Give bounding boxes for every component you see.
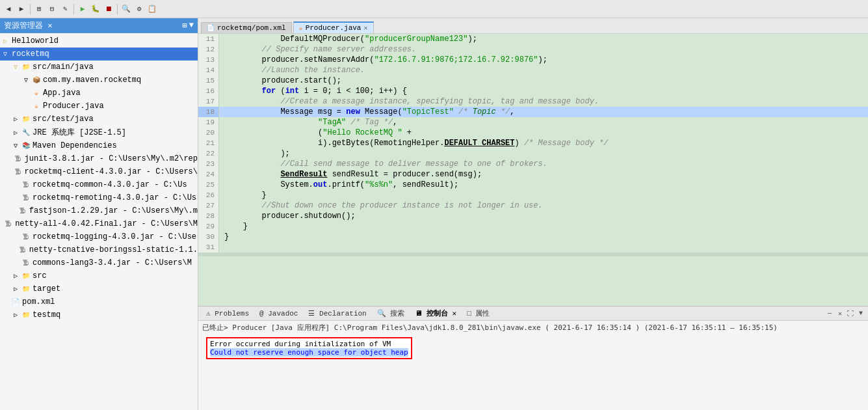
line-content: ); (219, 148, 290, 159)
toolbar-icon-3[interactable]: ⊞ (33, 3, 45, 15)
body-area: 资源管理器 ✕ ⊞ ▼ ▷ Helloworld (0, 18, 868, 410)
code-line-27: 27 //Shut down once the producer instanc… (198, 200, 868, 211)
sidebar-item-jre[interactable]: ▷ 🔧 JRE 系统库 [J2SE-1.5] (0, 126, 198, 139)
toolbar-icon-1[interactable]: ◀ (3, 3, 14, 15)
code-line-14: 14 //Launch the instance. (198, 65, 868, 75)
tab-pomxml[interactable]: 📄 rocketmq/pom.xml (201, 22, 292, 33)
bottom-tab-properties[interactable]: □ 属性 (462, 307, 495, 320)
sidebar-item-maven-deps[interactable]: ▽ 📚 Maven Dependencies (0, 139, 198, 152)
sidebar-item-src[interactable]: ▷ 📁 src (0, 269, 198, 282)
sidebar-item-label: fastjson-1.2.29.jar - C:\Users\My\.m (28, 206, 198, 215)
toolbar-icon-8[interactable]: 📋 (146, 3, 158, 15)
sidebar-item-src-main[interactable]: ▽ 📁 src/main/java (0, 61, 198, 74)
sidebar-item-jar-4[interactable]: 🗜 rocketmq-remoting-4.3.0.jar - C:\Us (0, 191, 198, 204)
minimize-icon[interactable]: — (825, 309, 834, 318)
sidebar-item-label: Producer.java (42, 102, 104, 111)
sidebar-item-testmq[interactable]: ▷ 📁 testmq (0, 308, 198, 321)
toolbar-sep-1 (30, 4, 31, 14)
sidebar-item-package[interactable]: ▽ 📦 com.my.maven.rocketmq (0, 74, 198, 87)
line-content: //Shut down once the producer instance i… (219, 200, 543, 211)
toolbar-sep-2 (73, 4, 74, 14)
sidebar-item-jar-2[interactable]: 🗜 rocketmq-client-4.3.0.jar - C:\Users\ (0, 165, 198, 178)
sidebar-collapse-icon[interactable]: ⊞ (183, 21, 187, 31)
sidebar-item-jar-3[interactable]: 🗜 rocketmq-common-4.3.0.jar - C:\Us (0, 178, 198, 191)
code-editor[interactable]: 11 DefaultMQProducer("producerGroupName1… (198, 34, 868, 306)
line-content: producer.setNamesrvAddr("172.16.7.91:987… (219, 55, 547, 65)
line-number: 30 (198, 232, 219, 242)
code-line-21: 21 i).getBytes(RemotingHelper.DEFAULT_CH… (198, 138, 868, 148)
line-number: 16 (198, 86, 219, 96)
sidebar-item-jar-6[interactable]: 🗜 netty-all-4.0.42.Final.jar - C:\Users\… (0, 217, 198, 230)
sidebar-item-src-test[interactable]: ▷ 📁 src/test/java (0, 113, 198, 126)
line-content: ("Hello RocketMQ " + (219, 128, 412, 138)
line-content: } (219, 232, 229, 242)
bottom-tab-javadoc[interactable]: @ Javadoc (254, 308, 303, 319)
sidebar-header-icons: ⊞ ▼ (183, 21, 194, 31)
java-file-icon: ☕ (31, 101, 42, 111)
sidebar-menu-icon[interactable]: ▼ (189, 21, 194, 31)
line-number: 17 (198, 96, 219, 107)
maximize-panel-icon[interactable]: ⛶ (846, 309, 855, 318)
line-content: producer.shutdown(); (219, 211, 356, 221)
sidebar-item-target[interactable]: ▷ 📁 target (0, 282, 198, 295)
toolbar-icon-run[interactable]: ▶ (77, 3, 88, 15)
sidebar-item-appjava[interactable]: ☕ App.java (0, 87, 198, 100)
sidebar-item-label: Maven Dependencies (31, 141, 117, 150)
jre-icon: 🔧 (21, 128, 31, 138)
toolbar-icon-4[interactable]: ⊟ (46, 3, 58, 15)
toolbar-icon-7[interactable]: ⚙ (133, 3, 145, 15)
triangle-icon: ▷ (10, 128, 21, 138)
console-terminated-line: 已终止> Producer [Java 应用程序] C:\Program Fil… (198, 322, 868, 333)
error-box: Error occurred during initialization of … (206, 337, 412, 359)
menu-panel-icon[interactable]: ▼ (856, 309, 865, 318)
bottom-panel: ⚠ Problems @ Javadoc ☰ Declaration 🔍 搜索 … (198, 306, 868, 410)
sidebar-item-jar-8[interactable]: 🗜 netty-tcnative-boringssl-static-1.1. (0, 243, 198, 256)
tab-close-button[interactable]: ✕ (363, 24, 367, 32)
sidebar-item-producerjava[interactable]: ☕ Producer.java (0, 100, 198, 113)
sidebar-item-rocketmq[interactable]: ▽ rocketmq (0, 48, 198, 61)
bottom-tab-declaration[interactable]: ☰ Declaration (303, 308, 371, 319)
sidebar-item-helloworld[interactable]: ▷ Helloworld (0, 34, 198, 48)
sidebar-item-label: target (31, 284, 60, 294)
toolbar-icon-5[interactable]: ✎ (59, 3, 71, 15)
folder-icon: 📁 (21, 62, 31, 72)
xml-file-icon: 📄 (207, 24, 215, 32)
toolbar-icon-2[interactable]: ▶ (16, 3, 27, 15)
sidebar-item-jar-7[interactable]: 🗜 rocketmq-logging-4.3.0.jar - C:\Use (0, 230, 198, 243)
bottom-content: 已终止> Producer [Java 应用程序] C:\Program Fil… (198, 321, 868, 410)
sidebar-item-jar-1[interactable]: 🗜 junit-3.8.1.jar - C:\Users\My\.m2\rep (0, 152, 198, 165)
sidebar-item-jar-5[interactable]: 🗜 fastjson-1.2.29.jar - C:\Users\My\.m (0, 204, 198, 217)
line-content: producer.start(); (219, 75, 341, 86)
bottom-tab-problems[interactable]: ⚠ Problems (201, 308, 254, 319)
triangle-open-icon: ▽ (10, 62, 21, 72)
code-line-31: 31 (198, 242, 868, 253)
toolbar-icon-6[interactable]: 🔍 (120, 3, 132, 15)
code-line-29: 29 } (198, 221, 868, 232)
folder-icon: 📁 (21, 114, 31, 124)
jar-icon: 🗜 (21, 232, 31, 242)
sidebar-item-label: rocketmq (10, 49, 49, 59)
horizontal-scrollbar[interactable] (198, 253, 868, 256)
toolbar-icon-debug[interactable]: 🐛 (90, 3, 101, 15)
sidebar-item-label: rocketmq-common-4.3.0.jar - C:\Us (31, 180, 187, 189)
bottom-tab-console[interactable]: 🖥 控制台 ✕ (410, 307, 462, 320)
jar-icon: 🗜 (13, 154, 23, 164)
sidebar-item-label: pom.xml (21, 297, 55, 307)
code-line-15: 15 producer.start(); (198, 75, 868, 86)
sidebar-item-label: JRE 系统库 [J2SE-1.5] (31, 127, 126, 138)
toolbar-icon-stop[interactable]: ⏹ (103, 3, 114, 15)
line-number: 23 (198, 159, 219, 169)
xml-icon: 📄 (10, 297, 21, 307)
folder-icon: 📁 (21, 271, 31, 281)
line-number: 15 (198, 75, 219, 86)
sidebar-item-label: src (31, 271, 47, 280)
close-panel-icon[interactable]: ✕ (835, 309, 845, 318)
sidebar-item-pomxml[interactable]: 📄 pom.xml (0, 295, 198, 308)
line-number: 18 (198, 107, 219, 117)
sidebar-item-jar-9[interactable]: 🗜 commons-lang3-3.4.jar - C:\Users\M (0, 256, 198, 269)
bottom-tab-search[interactable]: 🔍 搜索 (372, 307, 410, 320)
tab-producerjava[interactable]: ☕ Producer.java ✕ (293, 21, 374, 33)
jar-icon: 🗜 (13, 167, 23, 177)
folder-icon: 📁 (21, 310, 31, 320)
code-line-30: 30 } (198, 232, 868, 242)
